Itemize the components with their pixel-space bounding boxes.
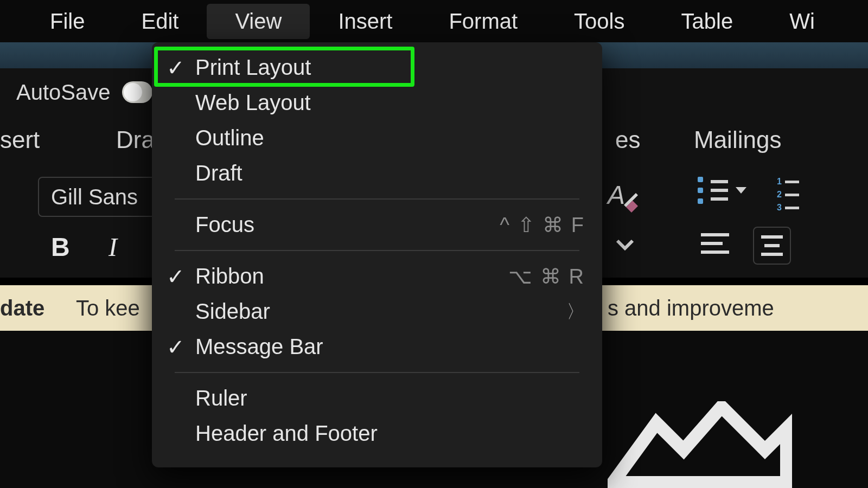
- bulleted-list-button[interactable]: [698, 177, 746, 204]
- menu-item-web-layout[interactable]: Web Layout: [152, 85, 602, 120]
- message-bar-text-partial-left: To kee: [76, 296, 140, 320]
- menu-item-shortcut: ⌥ ⌘ R: [508, 265, 585, 288]
- align-left-button[interactable]: [701, 233, 729, 254]
- more-styles-chevron-icon[interactable]: [614, 234, 636, 256]
- menu-item-label: Outline: [195, 126, 264, 150]
- menubar-table[interactable]: Table: [653, 4, 762, 39]
- menubar-insert[interactable]: Insert: [310, 4, 420, 39]
- menu-item-message-bar[interactable]: ✓ Message Bar: [152, 329, 602, 364]
- check-icon: ✓: [165, 335, 187, 359]
- menu-separator: [175, 372, 579, 373]
- menu-separator: [175, 198, 579, 200]
- bullet-dots-icon: [698, 177, 703, 204]
- menu-item-sidebar[interactable]: Sidebar 〉: [152, 294, 602, 329]
- ribbon-tab-insert-partial[interactable]: sert: [0, 123, 58, 157]
- align-center-button[interactable]: [753, 227, 791, 265]
- autosave-label: AutoSave: [16, 80, 110, 105]
- message-bar-heading-partial: date: [0, 296, 44, 320]
- menubar-edit[interactable]: Edit: [113, 4, 207, 39]
- menubar-tools[interactable]: Tools: [546, 4, 653, 39]
- menu-item-focus[interactable]: Focus ^ ⇧ ⌘ F: [152, 207, 602, 242]
- menu-item-label: Web Layout: [195, 91, 311, 115]
- menu-item-header-footer[interactable]: Header and Footer: [152, 416, 602, 451]
- message-bar-text-partial-right: s and improveme: [608, 296, 774, 320]
- menu-item-label: Header and Footer: [195, 421, 378, 446]
- submenu-arrow-icon: 〉: [566, 299, 585, 324]
- bullet-bars-icon: [711, 180, 728, 201]
- menu-item-ribbon[interactable]: ✓ Ribbon ⌥ ⌘ R: [152, 259, 602, 294]
- menu-item-label: Focus: [195, 213, 254, 237]
- menubar-format[interactable]: Format: [420, 4, 546, 39]
- menu-item-draft[interactable]: Draft: [152, 156, 602, 191]
- document-graphic-fragment: [608, 401, 792, 488]
- menubar-window-partial[interactable]: Wi: [761, 4, 815, 39]
- clear-formatting-icon[interactable]: A: [605, 177, 638, 215]
- menubar-view[interactable]: View: [207, 4, 310, 39]
- menu-item-shortcut: ^ ⇧ ⌘ F: [500, 213, 585, 237]
- italic-button[interactable]: I: [108, 232, 117, 262]
- menu-item-ruler[interactable]: Ruler: [152, 381, 602, 416]
- bold-button[interactable]: B: [51, 232, 70, 262]
- numbered-list-button[interactable]: 1 2 3: [777, 177, 799, 213]
- font-family-selector[interactable]: Gill Sans: [38, 177, 157, 217]
- menu-item-label: Draft: [195, 161, 242, 185]
- ribbon-tab-mailings[interactable]: Mailings: [675, 123, 800, 157]
- view-menu-dropdown: ✓ Print Layout Web Layout Outline Draft …: [152, 42, 602, 467]
- menu-item-print-layout[interactable]: ✓ Print Layout: [152, 50, 602, 85]
- chevron-down-icon: [736, 187, 746, 194]
- menu-item-label: Ribbon: [195, 264, 264, 288]
- menu-item-outline[interactable]: Outline: [152, 120, 602, 156]
- menu-item-label: Print Layout: [195, 55, 311, 80]
- font-family-value: Gill Sans: [51, 185, 138, 209]
- check-icon: ✓: [165, 264, 187, 289]
- app-menubar: File Edit View Insert Format Tools Table…: [0, 0, 868, 42]
- autosave-toggle[interactable]: [122, 81, 152, 103]
- menu-separator: [175, 250, 579, 251]
- menu-item-label: Sidebar: [195, 299, 270, 324]
- menubar-file[interactable]: File: [22, 4, 113, 39]
- autosave-toggle-knob: [124, 83, 142, 101]
- menu-item-label: Message Bar: [195, 335, 323, 359]
- menu-item-label: Ruler: [195, 386, 247, 410]
- ribbon-tab-references-partial[interactable]: es: [597, 123, 659, 157]
- check-icon: ✓: [165, 55, 187, 80]
- svg-text:A: A: [606, 181, 625, 209]
